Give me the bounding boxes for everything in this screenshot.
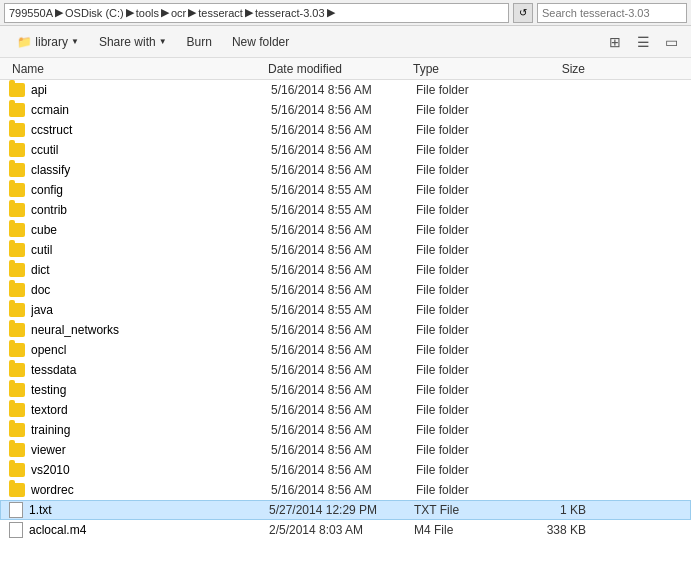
share-arrow: ▼ — [159, 37, 167, 46]
file-date: 5/16/2014 8:56 AM — [271, 243, 416, 257]
share-with-button[interactable]: Share with ▼ — [90, 31, 176, 53]
path-segment: tools — [136, 7, 159, 19]
col-header-size[interactable]: Size — [523, 62, 593, 76]
table-row[interactable]: contrib5/16/2014 8:55 AMFile folder — [0, 200, 691, 220]
col-header-name[interactable]: Name — [8, 62, 268, 76]
file-date: 5/16/2014 8:55 AM — [271, 303, 416, 317]
path-sep: ▶ — [327, 6, 335, 19]
library-arrow: ▼ — [71, 37, 79, 46]
file-type: File folder — [416, 243, 526, 257]
file-name: config — [31, 183, 271, 197]
view-list-button[interactable]: ☰ — [631, 31, 655, 53]
path-sep: ▶ — [161, 6, 169, 19]
file-type: File folder — [416, 263, 526, 277]
col-header-date[interactable]: Date modified — [268, 62, 413, 76]
file-date: 5/16/2014 8:56 AM — [271, 423, 416, 437]
file-icon — [9, 522, 23, 538]
table-row[interactable]: wordrec5/16/2014 8:56 AMFile folder — [0, 480, 691, 500]
file-date: 5/16/2014 8:56 AM — [271, 463, 416, 477]
path-sep: ▶ — [126, 6, 134, 19]
folder-icon — [9, 183, 25, 197]
refresh-button[interactable]: ↺ — [513, 3, 533, 23]
table-row[interactable]: aclocal.m42/5/2014 8:03 AMM4 File338 KB — [0, 520, 691, 540]
table-row[interactable]: cutil5/16/2014 8:56 AMFile folder — [0, 240, 691, 260]
path-segment: tesseract — [198, 7, 243, 19]
table-row[interactable]: classify5/16/2014 8:56 AMFile folder — [0, 160, 691, 180]
table-row[interactable]: textord5/16/2014 8:56 AMFile folder — [0, 400, 691, 420]
table-row[interactable]: training5/16/2014 8:56 AMFile folder — [0, 420, 691, 440]
file-name: aclocal.m4 — [29, 523, 269, 537]
file-date: 5/16/2014 8:56 AM — [271, 323, 416, 337]
burn-button[interactable]: Burn — [178, 31, 221, 53]
search-input[interactable] — [537, 3, 687, 23]
table-row[interactable]: dict5/16/2014 8:56 AMFile folder — [0, 260, 691, 280]
table-row[interactable]: tessdata5/16/2014 8:56 AMFile folder — [0, 360, 691, 380]
file-date: 5/16/2014 8:55 AM — [271, 203, 416, 217]
table-row[interactable]: cube5/16/2014 8:56 AMFile folder — [0, 220, 691, 240]
library-button[interactable]: 📁 library ▼ — [8, 31, 88, 53]
burn-label: Burn — [187, 35, 212, 49]
file-type: File folder — [416, 403, 526, 417]
file-type: File folder — [416, 223, 526, 237]
new-folder-label: New folder — [232, 35, 289, 49]
pane-toggle-button[interactable]: ▭ — [659, 31, 683, 53]
file-date: 5/16/2014 8:55 AM — [271, 183, 416, 197]
file-name: dict — [31, 263, 271, 277]
folder-icon — [9, 383, 25, 397]
folder-icon — [9, 343, 25, 357]
folder-icon — [9, 263, 25, 277]
file-name: wordrec — [31, 483, 271, 497]
file-name: ccstruct — [31, 123, 271, 137]
file-name: testing — [31, 383, 271, 397]
table-row[interactable]: config5/16/2014 8:55 AMFile folder — [0, 180, 691, 200]
file-date: 5/16/2014 8:56 AM — [271, 163, 416, 177]
file-type: File folder — [416, 463, 526, 477]
path-segment: 799550A — [9, 7, 53, 19]
table-row[interactable]: ccstruct5/16/2014 8:56 AMFile folder — [0, 120, 691, 140]
folder-icon — [9, 123, 25, 137]
file-name: doc — [31, 283, 271, 297]
file-date: 5/16/2014 8:56 AM — [271, 123, 416, 137]
share-label: Share with — [99, 35, 156, 49]
library-label: 📁 library — [17, 35, 68, 49]
table-row[interactable]: api5/16/2014 8:56 AMFile folder — [0, 80, 691, 100]
file-date: 5/16/2014 8:56 AM — [271, 403, 416, 417]
folder-icon — [9, 103, 25, 117]
table-row[interactable]: vs20105/16/2014 8:56 AMFile folder — [0, 460, 691, 480]
view-options-button[interactable]: ⊞ — [603, 31, 627, 53]
table-row[interactable]: testing5/16/2014 8:56 AMFile folder — [0, 380, 691, 400]
table-row[interactable]: opencl5/16/2014 8:56 AMFile folder — [0, 340, 691, 360]
toolbar-right: ⊞ ☰ ▭ — [603, 31, 683, 53]
new-folder-button[interactable]: New folder — [223, 31, 298, 53]
table-row[interactable]: doc5/16/2014 8:56 AMFile folder — [0, 280, 691, 300]
file-type: File folder — [416, 103, 526, 117]
file-type: File folder — [416, 343, 526, 357]
column-headers: Name Date modified Type Size — [0, 58, 691, 80]
file-date: 5/16/2014 8:56 AM — [271, 483, 416, 497]
file-type: M4 File — [414, 523, 524, 537]
folder-icon — [9, 203, 25, 217]
col-header-type[interactable]: Type — [413, 62, 523, 76]
table-row[interactable]: neural_networks5/16/2014 8:56 AMFile fol… — [0, 320, 691, 340]
table-row[interactable]: java5/16/2014 8:55 AMFile folder — [0, 300, 691, 320]
table-row[interactable]: 1.txt5/27/2014 12:29 PMTXT File1 KB — [0, 500, 691, 520]
path-sep: ▶ — [188, 6, 196, 19]
file-name: classify — [31, 163, 271, 177]
table-row[interactable]: viewer5/16/2014 8:56 AMFile folder — [0, 440, 691, 460]
file-type: File folder — [416, 143, 526, 157]
file-type: File folder — [416, 163, 526, 177]
file-icon — [9, 502, 23, 518]
folder-icon — [9, 143, 25, 157]
file-type: File folder — [416, 443, 526, 457]
file-name: tessdata — [31, 363, 271, 377]
folder-icon — [9, 423, 25, 437]
file-name: ccmain — [31, 103, 271, 117]
folder-icon — [9, 243, 25, 257]
table-row[interactable]: ccmain5/16/2014 8:56 AMFile folder — [0, 100, 691, 120]
file-name: neural_networks — [31, 323, 271, 337]
file-name: viewer — [31, 443, 271, 457]
table-row[interactable]: ccutil5/16/2014 8:56 AMFile folder — [0, 140, 691, 160]
address-path[interactable]: 799550A ▶ OSDisk (C:) ▶ tools ▶ ocr ▶ te… — [4, 3, 509, 23]
file-date: 5/16/2014 8:56 AM — [271, 343, 416, 357]
file-type: File folder — [416, 423, 526, 437]
